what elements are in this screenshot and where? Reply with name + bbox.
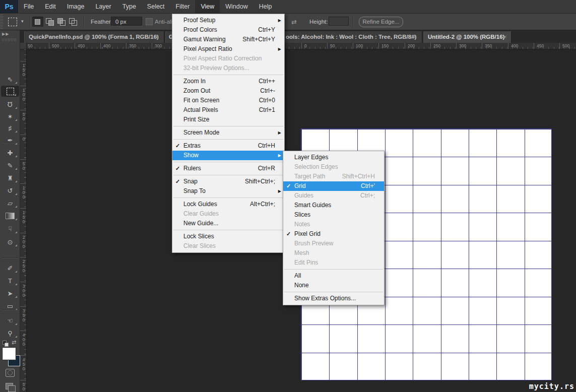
show-menu-item-show-extras-options[interactable]: Show Extras Options... <box>283 294 384 303</box>
hand-tool[interactable]: ☜ <box>0 315 20 326</box>
collapse-panel-icon[interactable]: ▶▶ <box>2 32 9 36</box>
view-menu-item-proof-colors[interactable]: Proof ColorsCtrl+Y <box>172 25 284 35</box>
menu-item-shortcut: Ctrl+Y <box>258 25 275 35</box>
close-icon[interactable]: × <box>414 34 417 40</box>
path-selection-icon: ➤ <box>8 290 13 297</box>
menubar-item-image[interactable]: Image <box>61 0 90 13</box>
height-input[interactable] <box>329 17 349 26</box>
menu-item-shortcut: Ctrl+0 <box>259 96 275 105</box>
view-menu-item-proof-setup[interactable]: Proof Setup▶ <box>172 16 284 25</box>
smudge-tool[interactable]: ☟ <box>0 223 20 234</box>
intersect-selection-button[interactable] <box>68 17 79 27</box>
subtract-from-selection-button[interactable] <box>56 17 67 27</box>
eyedropper-tool[interactable]: ✒ <box>0 135 20 146</box>
menu-item-label: Slices <box>294 211 310 218</box>
add-to-selection-button[interactable] <box>44 17 55 27</box>
view-menu-item-new-guide[interactable]: New Guide... <box>172 219 284 228</box>
intersect-selection-icon2 <box>72 20 77 26</box>
chevron-down-icon[interactable]: ▾ <box>21 19 24 24</box>
vertical-ruler[interactable]: 15010050050100150200250300350400450500 <box>20 49 27 392</box>
anti-alias-checkbox[interactable] <box>146 18 153 25</box>
checkmark-icon: ✓ <box>286 229 291 239</box>
horizontal-ruler[interactable]: 5050045040035030005010015020025030035040… <box>24 43 576 49</box>
move-tool[interactable]: ⇖ <box>0 74 20 85</box>
menubar-item-filter[interactable]: Filter <box>170 0 196 13</box>
view-menu-item-print-size[interactable]: Print Size <box>172 115 284 124</box>
show-menu-item-none[interactable]: None <box>283 281 384 290</box>
view-menu-item-rulers[interactable]: ✓RulersCtrl+R <box>172 164 284 173</box>
show-menu-item-slices[interactable]: Slices <box>283 210 384 220</box>
lasso-tool[interactable]: ℧ <box>0 99 20 110</box>
eyedropper-icon: ✒ <box>8 137 13 144</box>
show-menu-item-notes: Notes <box>283 220 384 229</box>
pen-tool[interactable]: ✐ <box>0 263 20 274</box>
brush-tool[interactable]: ✎ <box>0 160 20 171</box>
crop-tool[interactable]: ♯ <box>0 122 20 134</box>
menubar-item-file[interactable]: File <box>18 0 39 13</box>
view-menu-item-lock-guides[interactable]: Lock GuidesAlt+Ctrl+; <box>172 200 284 209</box>
show-menu-item-pixel-grid[interactable]: ✓Pixel Grid <box>283 229 384 239</box>
rounded-rectangle-icon: ▭ <box>7 302 13 310</box>
ruler-tick <box>20 331 26 331</box>
swap-width-height-icon[interactable]: ⇄ <box>291 18 297 26</box>
show-menu-item-smart-guides[interactable]: Smart Guides <box>283 201 384 210</box>
view-menu-item-lock-slices[interactable]: Lock Slices <box>172 232 284 241</box>
tab-quickpanelinfo[interactable]: QuickPanelInfo.psd @ 100% (Forma 1, RGB/… <box>24 31 164 43</box>
view-menu-item-snap-to[interactable]: Snap To▶ <box>172 186 284 196</box>
marquee-preset-icon[interactable] <box>8 18 17 26</box>
view-menu-item-fit-on-screen[interactable]: Fit on ScreenCtrl+0 <box>172 96 284 105</box>
swap-colors-icon[interactable]: ⇄ <box>12 339 16 346</box>
view-menu-item-gamut-warning[interactable]: Gamut WarningShift+Ctrl+Y <box>172 35 284 44</box>
menu-item-label: Target Path <box>294 173 325 180</box>
menu-item-shortcut: Ctrl+1 <box>259 105 275 115</box>
menu-item-label: Screen Mode <box>183 129 219 136</box>
ruler-tick <box>20 380 26 380</box>
tab-untitled-2[interactable]: Untitled-2 @ 100% (RGB/16) × <box>423 31 511 43</box>
view-menu-item-screen-mode[interactable]: Screen Mode▶ <box>172 128 284 138</box>
screen-mode-button[interactable] <box>6 383 13 389</box>
menubar-item-select[interactable]: Select <box>142 0 170 13</box>
foreground-color-swatch[interactable] <box>3 348 16 360</box>
eraser-tool[interactable]: ▱ <box>0 198 20 209</box>
ruler-label: 100 <box>356 43 363 48</box>
refine-edge-button[interactable]: Refine Edge... <box>359 17 403 27</box>
menu-item-shortcut: Shift+Ctrl+; <box>245 177 275 186</box>
feather-input[interactable]: 0 px <box>111 17 142 26</box>
view-menu-item-snap[interactable]: ✓SnapShift+Ctrl+; <box>172 177 284 186</box>
rectangular-marquee-tool[interactable] <box>1 86 19 97</box>
menubar-item-window[interactable]: Window <box>220 0 253 13</box>
menubar-item-edit[interactable]: Edit <box>39 0 61 13</box>
close-icon[interactable]: × <box>503 34 506 40</box>
view-menu-item-show[interactable]: Show▶ <box>172 151 284 160</box>
quick-mask-mode-button[interactable] <box>6 369 15 377</box>
new-selection-button[interactable] <box>32 17 43 27</box>
view-menu-item-extras[interactable]: ✓ExtrasCtrl+H <box>172 141 284 151</box>
clone-stamp-tool[interactable]: ♜ <box>0 172 20 183</box>
history-brush-tool[interactable]: ↺ <box>0 185 20 196</box>
menubar-item-layer[interactable]: Layer <box>90 0 116 13</box>
close-icon[interactable]: × <box>156 34 159 40</box>
show-menu-item-grid[interactable]: ✓GridCtrl+' <box>283 181 384 191</box>
menubar-item-view[interactable]: View <box>195 0 220 13</box>
ruler-label: 250 <box>433 43 440 48</box>
zoom-tool[interactable]: ⚲ <box>0 328 20 339</box>
menubar-item-help[interactable]: Help <box>253 0 278 13</box>
path-selection-tool[interactable]: ➤ <box>0 288 20 299</box>
dodge-tool[interactable]: ⊙ <box>0 236 20 247</box>
show-menu-item-all[interactable]: All <box>283 271 384 281</box>
default-colors-icon[interactable] <box>3 341 8 346</box>
type-tool[interactable]: T <box>0 275 20 286</box>
show-menu-item-layer-edges[interactable]: Layer Edges <box>283 153 384 162</box>
ruler-label: 50 <box>28 43 32 48</box>
view-menu-item-zoom-in[interactable]: Zoom InCtrl++ <box>172 77 284 86</box>
view-menu-item-actual-pixels[interactable]: Actual PixelsCtrl+1 <box>172 105 284 115</box>
photoshop-logo: Ps <box>0 0 18 13</box>
tools-panel-grip[interactable] <box>2 38 17 41</box>
spot-healing-brush-tool[interactable]: ✚ <box>0 147 20 158</box>
gradient-tool[interactable] <box>0 210 20 221</box>
ruler-corner[interactable] <box>20 43 27 49</box>
menubar-item-type[interactable]: Type <box>117 0 142 13</box>
view-menu-item-zoom-out[interactable]: Zoom OutCtrl+- <box>172 86 284 96</box>
view-menu-item-pixel-aspect-ratio[interactable]: Pixel Aspect Ratio▶ <box>172 44 284 54</box>
quick-selection-tool[interactable]: ✶ <box>0 111 20 122</box>
